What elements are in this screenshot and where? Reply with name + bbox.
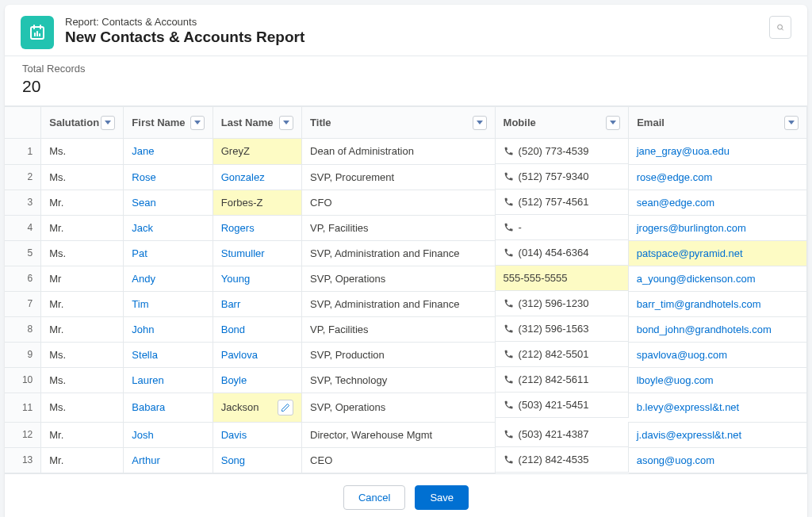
cell-last-name[interactable]: Barr	[213, 291, 301, 316]
cell-email[interactable]: barr_tim@grandhotels.com	[629, 291, 807, 316]
mobile-value: (014) 454-6364	[519, 247, 589, 258]
cell-salutation: Mr.	[41, 215, 124, 240]
phone-icon	[504, 247, 514, 258]
cell-salutation: Mr.	[41, 447, 124, 473]
header-email[interactable]: Email	[629, 107, 807, 139]
table-row: 13Mr.ArthurSongCEO(212) 842-4535asong@uo…	[5, 447, 807, 473]
cell-salutation: Mr.	[41, 190, 124, 215]
cell-email[interactable]: j.davis@expressl&t.net	[629, 422, 807, 447]
edit-icon[interactable]	[278, 400, 293, 416]
filter-icon[interactable]	[473, 116, 487, 130]
cell-first-name[interactable]: Stella	[124, 342, 213, 367]
cell-last-name[interactable]: Young	[213, 266, 301, 291]
phone-icon	[504, 197, 514, 207]
cell-first-name[interactable]: Josh	[124, 422, 213, 447]
cell-last-name[interactable]: Rogers	[213, 215, 301, 240]
cell-first-name[interactable]: Andy	[124, 266, 213, 291]
filter-icon[interactable]	[101, 116, 115, 130]
filter-icon[interactable]	[279, 116, 293, 130]
cell-title: VP, Facilities	[302, 316, 496, 342]
cell-salutation: Ms.	[41, 240, 124, 266]
cell-email[interactable]: bond_john@grandhotels.com	[629, 316, 807, 342]
cell-title: SVP, Production	[302, 342, 496, 367]
row-number: 12	[5, 422, 41, 447]
cell-mobile: (512) 757-4561	[496, 190, 629, 215]
cell-first-name[interactable]: Jane	[124, 139, 213, 165]
row-number: 8	[5, 316, 41, 342]
cell-title: VP, Facilities	[302, 215, 496, 240]
header-mobile[interactable]: Mobile	[495, 107, 629, 139]
cell-first-name[interactable]: Rose	[124, 164, 213, 190]
filter-icon[interactable]	[606, 116, 620, 130]
cell-last-name[interactable]: Forbes-Z	[213, 190, 301, 215]
save-button[interactable]: Save	[415, 485, 469, 510]
mobile-value: (503) 421-4387	[519, 428, 589, 440]
cell-title: CEO	[302, 447, 496, 473]
row-number: 6	[5, 266, 41, 291]
cell-first-name[interactable]: Pat	[124, 240, 213, 266]
row-number: 9	[5, 342, 41, 367]
cell-last-name[interactable]: Jackson	[213, 393, 301, 422]
cell-email[interactable]: sean@edge.com	[629, 190, 807, 215]
cell-last-name[interactable]: GreyZ	[213, 139, 301, 165]
header-last-name[interactable]: Last Name	[213, 107, 301, 139]
header-first-name[interactable]: First Name	[124, 107, 213, 139]
cell-last-name[interactable]: Davis	[213, 422, 301, 447]
cell-mobile: (212) 842-5501	[496, 342, 629, 367]
filter-icon[interactable]	[784, 116, 799, 130]
cell-mobile: (503) 421-4387	[496, 422, 629, 447]
row-number-header	[5, 107, 41, 139]
cell-email[interactable]: jane_gray@uoa.edu	[629, 139, 807, 165]
cell-email[interactable]: lboyle@uog.com	[629, 367, 807, 393]
cell-first-name[interactable]: Arthur	[124, 447, 213, 473]
search-button[interactable]	[769, 16, 791, 39]
report-header: Report: Contacts & Accounts New Contacts…	[5, 5, 807, 56]
cell-mobile: (312) 596-1230	[496, 291, 629, 316]
table-row: 2Ms.RoseGonzalezSVP, Procurement(512) 75…	[5, 164, 807, 190]
cell-first-name[interactable]: Babara	[124, 393, 213, 422]
phone-icon	[504, 349, 514, 359]
mobile-value: (503) 421-5451	[519, 399, 589, 411]
cell-last-name[interactable]: Gonzalez	[213, 164, 301, 190]
cell-first-name[interactable]: Lauren	[124, 367, 213, 393]
cell-last-name[interactable]: Pavlova	[213, 342, 301, 367]
table-row: 12Mr.JoshDavisDirector, Warehouse Mgmt(5…	[5, 422, 807, 447]
cell-title: SVP, Operations	[302, 393, 496, 422]
cell-last-name[interactable]: Boyle	[213, 367, 301, 393]
cancel-button[interactable]: Cancel	[343, 485, 405, 510]
phone-icon	[504, 146, 514, 156]
cell-salutation: Ms.	[41, 139, 124, 165]
cell-email[interactable]: a_young@dickenson.com	[629, 266, 807, 291]
cell-title: SVP, Administration and Finance	[302, 291, 496, 316]
header-title[interactable]: Title	[302, 107, 496, 139]
cell-last-name[interactable]: Song	[213, 447, 301, 473]
cell-last-name[interactable]: Stumuller	[213, 240, 301, 266]
cell-mobile: (503) 421-5451	[496, 393, 629, 418]
cell-title: SVP, Technology	[302, 367, 496, 393]
cell-first-name[interactable]: Tim	[124, 291, 213, 316]
table-row: 6MrAndyYoungSVP, Operations555-555-5555a…	[5, 266, 807, 291]
cell-first-name[interactable]: John	[124, 316, 213, 342]
table-row: 10Ms.LaurenBoyleSVP, Technology(212) 842…	[5, 367, 807, 393]
cell-mobile: (512) 757-9340	[496, 164, 629, 190]
cell-email[interactable]: b.levy@expressl&t.net	[629, 393, 807, 422]
phone-icon	[504, 324, 514, 334]
cell-email[interactable]: jrogers@burlington.com	[629, 215, 807, 240]
cell-email[interactable]: asong@uog.com	[629, 447, 807, 473]
header-salutation[interactable]: Salutation	[41, 107, 124, 139]
mobile-value: (212) 842-4535	[519, 454, 589, 465]
cell-last-name[interactable]: Bond	[213, 316, 301, 342]
cell-email[interactable]: spavlova@uog.com	[629, 342, 807, 367]
report-subtitle: Report: Contacts & Accounts	[65, 16, 304, 28]
last-name-value: Jackson	[221, 401, 259, 413]
filter-icon[interactable]	[190, 116, 205, 130]
mobile-value: (512) 757-4561	[519, 196, 589, 208]
cell-first-name[interactable]: Jack	[124, 215, 213, 240]
cell-email[interactable]: patspace@pyramid.net	[629, 240, 807, 266]
cell-salutation: Ms.	[41, 393, 124, 422]
phone-icon	[504, 298, 514, 308]
cell-salutation: Ms.	[41, 367, 124, 393]
cell-mobile: (014) 454-6364	[496, 240, 629, 266]
cell-email[interactable]: rose@edge.com	[629, 164, 807, 190]
cell-first-name[interactable]: Sean	[124, 190, 213, 215]
